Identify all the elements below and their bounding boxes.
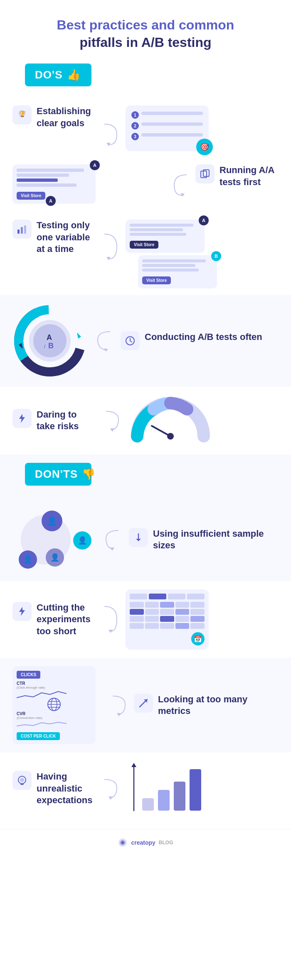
dont-1-text: Using insufficient sample sizes xyxy=(129,528,279,552)
bar-chart-svg xyxy=(126,761,209,815)
do-5-visual xyxy=(129,395,279,446)
svg-marker-23 xyxy=(19,414,25,423)
donts-badge: DON'TS 👎 xyxy=(25,463,91,486)
curve-arrow-3 xyxy=(102,220,119,263)
do-item-1: 🏆 Establishing clear goals 1 2 xyxy=(0,99,291,158)
svg-marker-29 xyxy=(136,539,141,541)
do-item-4: A / B Conducting xyxy=(0,295,291,386)
creatopy-label: creatopy xyxy=(131,839,155,846)
dont-2-visual: 📅 xyxy=(126,589,279,650)
people-visual: 👤 👤 👤 👤 xyxy=(12,506,96,573)
svg-rect-8 xyxy=(24,225,26,234)
dont-item-4: Having unrealistic expectations xyxy=(0,753,291,829)
do-4-icon-box xyxy=(121,331,140,350)
svg-point-41 xyxy=(20,778,24,782)
svg-text:🏆: 🏆 xyxy=(19,110,26,117)
dont-item-1: 👤 👤 👤 👤 Using insufficient sample sizes xyxy=(0,498,291,581)
trophy-icon: 🏆 xyxy=(17,110,27,120)
dont-3-icon-box xyxy=(134,694,153,713)
person-2: 👤 xyxy=(73,531,91,550)
dont-3-visual: CLICKS CTR (Click-through rate) xyxy=(12,666,104,744)
dont-3-text: Looking at too many metrics xyxy=(134,694,279,717)
donts-badge-container: DON'TS 👎 xyxy=(0,455,291,498)
do-1-icon-box: 🏆 xyxy=(12,105,32,125)
dont-2-icon-box xyxy=(12,602,32,621)
thumbs-down-icon: 👎 xyxy=(82,468,95,481)
svg-rect-7 xyxy=(21,227,23,234)
dont-2-title: Cutting the experiments too short xyxy=(37,602,96,638)
creatopy-logo-icon xyxy=(118,838,128,848)
svg-rect-42 xyxy=(20,783,24,785)
svg-rect-47 xyxy=(158,790,170,811)
svg-marker-43 xyxy=(109,797,113,800)
dont-4-icon-box xyxy=(12,771,32,790)
curve-arrow-5 xyxy=(104,407,121,434)
thumbs-up-icon: 👍 xyxy=(67,68,80,81)
do-5-icon-box xyxy=(12,409,32,428)
globe-icon xyxy=(47,697,62,712)
svg-rect-6 xyxy=(17,230,20,234)
dos-badge: DO'S 👍 xyxy=(25,64,91,86)
do-3-title: Testing only one variable at a time xyxy=(37,220,96,255)
svg-marker-30 xyxy=(19,607,25,616)
up-right-arrow-icon xyxy=(138,698,149,709)
do-2-title: Running A/A tests first xyxy=(219,164,279,188)
badge-b-ab: B xyxy=(211,251,221,261)
calendar-icon: 📅 xyxy=(191,632,205,645)
calendar-box: 📅 xyxy=(126,589,209,650)
svg-rect-48 xyxy=(174,782,185,811)
do-3-left: Testing only one variable at a time xyxy=(12,220,96,255)
svg-rect-49 xyxy=(190,769,201,811)
svg-marker-45 xyxy=(131,763,136,767)
cvr-chart xyxy=(17,720,67,728)
do-2-right: Running A/A tests first xyxy=(195,164,279,188)
metrics-box: CLICKS CTR (Click-through rate) xyxy=(12,666,96,744)
person-1: 👤 xyxy=(42,511,62,531)
do-2-icon-box xyxy=(195,164,215,183)
dont-1-icon-box xyxy=(129,528,148,547)
svg-marker-27 xyxy=(110,547,114,551)
page-wrapper: Best practices and common pitfalls in A/… xyxy=(0,0,291,856)
person-3: 👤 xyxy=(19,550,37,569)
list-row-1: 1 xyxy=(131,111,203,119)
svg-marker-17 xyxy=(77,332,81,339)
svg-text:A: A xyxy=(47,333,52,342)
do-1-left: 🏆 Establishing clear goals xyxy=(12,105,96,129)
ab-card-a: Visit Store A xyxy=(126,220,205,253)
cycle-visual: A / B xyxy=(12,303,87,378)
person-4: 👤 xyxy=(46,548,64,567)
dont-4-visual xyxy=(126,761,279,816)
do-item-5: Daring to take risks xyxy=(0,386,291,455)
do-5-title: Daring to take risks xyxy=(37,409,96,433)
svg-marker-24 xyxy=(110,428,114,432)
blog-label: BLOG xyxy=(159,840,173,846)
copy-icon xyxy=(200,169,210,179)
do-1-title: Establishing clear goals xyxy=(37,105,96,129)
list-row-2: 2 xyxy=(131,122,203,130)
gauge-svg xyxy=(129,395,212,445)
do-item-3: Testing only one variable at a time Visi… xyxy=(0,213,291,295)
list-row-3: 3 xyxy=(131,133,203,140)
dont-4-left: Having unrealistic expectations xyxy=(12,771,96,806)
dont-item-2: Cutting the experiments too short xyxy=(0,581,291,658)
dont-2-left: Cutting the experiments too short xyxy=(12,602,96,638)
curve-arrow-2 xyxy=(172,164,189,199)
do-5-left: Daring to take risks xyxy=(12,409,96,433)
svg-line-22 xyxy=(130,341,132,342)
target-icon: 🎯 xyxy=(196,139,213,155)
dont-4-title: Having unrealistic expectations xyxy=(37,771,96,806)
do-4-text: Conducting A/B tests often xyxy=(121,331,279,350)
curve-arrow-dont4 xyxy=(102,775,119,802)
do-2-visual: Visit Store A A xyxy=(12,164,165,206)
svg-marker-37 xyxy=(117,713,121,716)
do-3-icon-box xyxy=(12,220,32,239)
badge-a-ab: A xyxy=(199,215,209,225)
badge-a-top: A xyxy=(90,160,100,170)
page-header: Best practices and common pitfalls in A/… xyxy=(0,0,291,64)
page-title: Best practices and common pitfalls in A/… xyxy=(25,17,266,51)
svg-point-52 xyxy=(121,841,124,844)
list-visual-box: 1 2 3 🎯 xyxy=(126,105,209,151)
svg-text:B: B xyxy=(48,342,54,350)
lightning-icon xyxy=(17,413,27,424)
do-item-2: Running A/A tests first Visit Store A A xyxy=(0,158,291,213)
